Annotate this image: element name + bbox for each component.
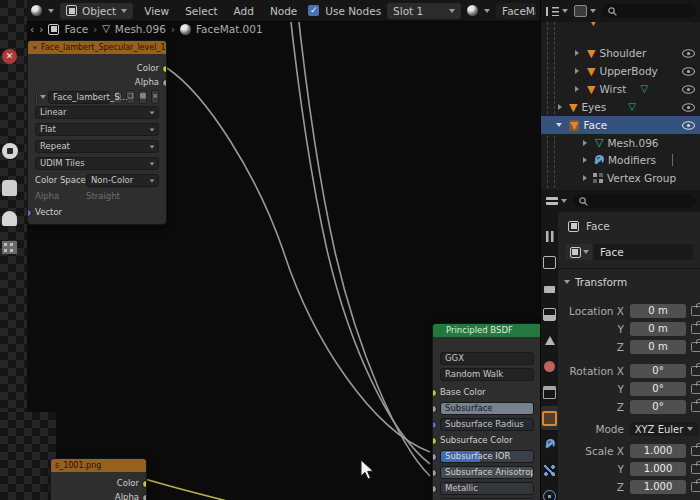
outliner-row-mesh-096[interactable]: ▽ Mesh.096 xyxy=(541,134,700,152)
outliner-item-label[interactable]: UpperBody xyxy=(599,65,657,77)
metallic-slider[interactable]: Metallic xyxy=(440,482,534,495)
outliner-row-modifiers[interactable]: Modifiers xyxy=(541,151,700,169)
menu-node[interactable]: Node xyxy=(265,3,302,19)
metallic-socket[interactable] xyxy=(433,485,437,493)
unlink-image-icon[interactable]: × xyxy=(151,90,159,104)
image-texture-node-header[interactable]: Face_lambert_Specular_level_1001.png xyxy=(28,41,166,54)
tab-tool[interactable] xyxy=(541,224,558,248)
tab-physics[interactable] xyxy=(541,484,558,500)
expand-icon[interactable] xyxy=(575,86,579,92)
visibility-eye-icon[interactable] xyxy=(682,49,695,58)
expand-icon[interactable] xyxy=(583,140,587,146)
menu-select[interactable]: Select xyxy=(180,3,222,19)
lock-open-icon[interactable] xyxy=(691,366,700,376)
subsurface-method-dropdown[interactable]: Random Walk xyxy=(440,368,534,381)
subsurface-anisotropy-slider[interactable]: Subsurface Anisotropy xyxy=(440,466,534,479)
lock-open-icon[interactable] xyxy=(691,324,700,334)
outliner-item-label[interactable]: Vertex Group xyxy=(607,172,676,184)
visibility-eye-icon[interactable] xyxy=(682,121,695,130)
properties-breadcrumb-object[interactable]: Face xyxy=(586,220,610,232)
lock-open-icon[interactable] xyxy=(691,464,700,474)
node-wire[interactable] xyxy=(296,0,430,476)
rotation-y-field[interactable]: 0° xyxy=(630,382,686,396)
collapse-icon[interactable] xyxy=(556,123,562,127)
transform-panel-header[interactable]: Transform xyxy=(564,276,627,288)
interpolation-dropdown[interactable]: Linear xyxy=(35,106,159,119)
color-output-socket[interactable] xyxy=(142,480,146,488)
back-icon[interactable]: ‹ xyxy=(30,23,34,35)
subsurface-ior-socket[interactable] xyxy=(433,453,437,461)
object-id-dropdown[interactable] xyxy=(566,244,592,260)
breadcrumb-object[interactable]: Face xyxy=(64,23,88,35)
outliner-row-face[interactable]: ▼ Face xyxy=(541,116,700,134)
image-texture-node-2[interactable]: s_1001.png Color Alpha xyxy=(50,458,147,500)
collapse-icon[interactable] xyxy=(33,46,38,49)
vector-input-socket[interactable] xyxy=(28,209,32,217)
subsurface-socket[interactable] xyxy=(433,405,437,413)
outliner-item-label[interactable]: Modifiers xyxy=(608,154,656,166)
location-y-field[interactable]: 0 m xyxy=(630,322,686,336)
person-icon[interactable] xyxy=(2,211,17,226)
alpha-output-socket[interactable] xyxy=(142,494,146,500)
breadcrumb-mesh[interactable]: Mesh.096 xyxy=(115,23,166,35)
tab-world[interactable] xyxy=(541,354,558,378)
forward-icon[interactable]: › xyxy=(39,23,43,35)
outliner-item-label[interactable]: Eyes xyxy=(581,101,606,113)
visibility-eye-icon[interactable] xyxy=(682,103,695,112)
outliner-row-wirst[interactable]: ▼ Wirst ▽ xyxy=(541,80,700,98)
distribution-dropdown[interactable]: GGX xyxy=(440,352,534,365)
outliner-row-face-001[interactable]: ▼ Face.001 xyxy=(541,187,700,188)
material-slot-dropdown[interactable]: Slot 1 xyxy=(387,3,461,19)
tab-scene[interactable] xyxy=(541,328,558,352)
tab-modifiers[interactable] xyxy=(541,432,558,456)
tab-output[interactable] xyxy=(541,276,558,300)
node-wire[interactable] xyxy=(167,68,430,452)
lock-open-icon[interactable] xyxy=(691,402,700,412)
outliner-item-label[interactable]: Face xyxy=(583,119,607,131)
editor-type-icon[interactable] xyxy=(31,5,42,16)
outliner-item-label[interactable]: Shoulder xyxy=(599,47,646,59)
subsurface-ior-slider[interactable]: Subsurface IOR xyxy=(440,450,534,463)
image-texture-node[interactable]: Face_lambert_Specular_level_1001.png Col… xyxy=(27,40,167,225)
shader-mode-dropdown[interactable]: Object xyxy=(60,3,133,19)
expand-icon[interactable] xyxy=(558,104,562,110)
grid-building-icon[interactable] xyxy=(2,241,17,254)
subsurface-anisotropy-socket[interactable] xyxy=(433,469,437,477)
object-name-field[interactable]: Face xyxy=(594,244,693,260)
outliner-display-mode-dropdown[interactable] xyxy=(546,7,568,16)
location-z-field[interactable]: 0 m xyxy=(630,340,686,354)
alpha-mode-value[interactable]: Straight xyxy=(86,191,120,201)
expand-icon[interactable] xyxy=(583,157,587,163)
tab-object-properties[interactable] xyxy=(541,406,558,430)
extension-dropdown[interactable]: Repeat xyxy=(35,140,159,153)
visibility-eye-icon[interactable] xyxy=(682,67,695,76)
lock-open-icon[interactable] xyxy=(691,446,700,456)
tab-view-layer[interactable] xyxy=(541,302,558,326)
color-space-dropdown[interactable]: Non-Color xyxy=(86,174,159,187)
outliner-row-upperbody[interactable]: ▼ UpperBody xyxy=(541,62,700,80)
outliner-filter-dropdown[interactable] xyxy=(574,5,596,17)
source-dropdown[interactable]: UDIM Tiles xyxy=(35,157,159,170)
location-x-field[interactable]: 0 m xyxy=(630,304,686,318)
menu-add[interactable]: Add xyxy=(229,3,259,19)
lock-open-icon[interactable] xyxy=(691,482,700,492)
color-output-socket[interactable] xyxy=(162,65,166,73)
principled-bsdf-header[interactable]: Principled BSDF xyxy=(433,324,540,337)
rotation-x-field[interactable]: 0° xyxy=(630,364,686,378)
open-folder-icon[interactable]: ▤ xyxy=(139,90,148,104)
outliner-row-vertex-groups[interactable]: Vertex Group xyxy=(541,169,700,187)
expand-icon[interactable] xyxy=(575,68,579,74)
projection-dropdown[interactable]: Flat xyxy=(35,123,159,136)
image-name-field[interactable]: Face_lambert_S... xyxy=(48,91,110,104)
subsurface-color-socket[interactable] xyxy=(433,437,437,445)
outliner-row-eyes[interactable]: ▼ Eyes ▽ xyxy=(541,98,700,116)
outliner-row-shoulder[interactable]: ▼ Shoulder xyxy=(541,44,700,62)
material-name-field[interactable]: FaceMat.0 xyxy=(496,3,536,19)
scale-y-field[interactable]: 1.000 xyxy=(630,462,686,476)
breadcrumb-material[interactable]: FaceMat.001 xyxy=(196,23,263,35)
hand-tool-icon[interactable] xyxy=(2,180,17,196)
lock-open-icon[interactable] xyxy=(691,342,700,352)
outliner-item-label[interactable]: Wirst xyxy=(599,83,626,95)
menu-view[interactable]: View xyxy=(139,3,174,19)
outliner-item-label[interactable]: Mesh.096 xyxy=(607,137,658,149)
